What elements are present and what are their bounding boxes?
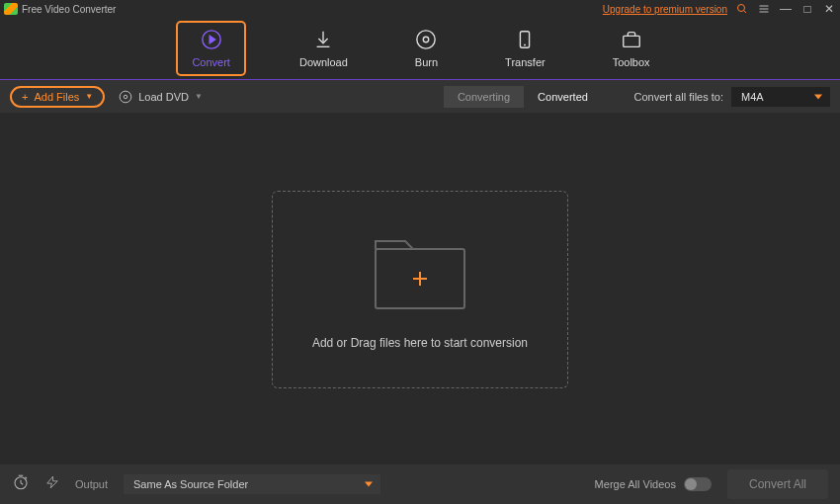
lightning-icon[interactable] xyxy=(45,473,59,495)
add-files-label: Add Files xyxy=(34,91,79,103)
toolbar: + Add Files ▼ Load DVD ▼ Converting Conv… xyxy=(0,80,840,114)
svg-point-9 xyxy=(417,31,435,48)
status-segment: Converting Converted xyxy=(444,86,602,108)
svg-marker-24 xyxy=(47,476,58,488)
tab-burn[interactable]: Burn xyxy=(401,25,452,72)
minimize-button[interactable]: — xyxy=(779,2,793,16)
chevron-down-icon: ▼ xyxy=(195,92,203,101)
maximize-button[interactable]: □ xyxy=(800,2,814,16)
plus-icon: + xyxy=(22,91,28,103)
tab-burn-label: Burn xyxy=(415,56,438,68)
tab-transfer-label: Transfer xyxy=(505,56,546,68)
drop-text: Add or Drag files here to start conversi… xyxy=(312,336,528,350)
app-title: Free Video Converter xyxy=(22,4,603,15)
merge-label: Merge All Videos xyxy=(595,478,676,490)
burn-icon xyxy=(415,29,437,50)
output-value: Same As Source Folder xyxy=(133,478,248,490)
chevron-down-icon: ▼ xyxy=(85,92,93,101)
clock-icon[interactable] xyxy=(12,473,30,495)
folder-icon xyxy=(366,229,474,318)
svg-line-21 xyxy=(21,483,23,485)
disc-icon xyxy=(119,90,132,104)
convert-all-button[interactable]: Convert All xyxy=(727,469,828,499)
main-nav: Convert Download Burn Transfer Toolbox xyxy=(0,18,840,79)
app-logo-icon xyxy=(4,3,18,15)
menu-icon[interactable] xyxy=(757,2,771,16)
search-icon[interactable] xyxy=(735,2,749,16)
add-files-button[interactable]: + Add Files ▼ xyxy=(10,86,105,108)
svg-rect-13 xyxy=(623,36,639,46)
convert-to-label: Convert all files to: xyxy=(634,91,723,103)
svg-line-1 xyxy=(744,11,747,14)
converting-tab[interactable]: Converting xyxy=(444,86,524,108)
toolbox-icon xyxy=(621,29,642,50)
svg-point-0 xyxy=(738,5,745,12)
upgrade-link[interactable]: Upgrade to premium version xyxy=(603,4,727,15)
download-icon xyxy=(312,29,334,50)
merge-toggle[interactable] xyxy=(684,477,712,491)
close-button[interactable]: ✕ xyxy=(822,2,836,16)
svg-point-14 xyxy=(120,91,131,103)
tab-download[interactable]: Download xyxy=(286,25,362,72)
main-area: Add or Drag files here to start conversi… xyxy=(0,114,840,465)
convert-to-group: Convert all files to: M4A xyxy=(634,87,830,107)
converted-tab[interactable]: Converted xyxy=(524,86,602,108)
svg-point-10 xyxy=(424,37,430,42)
output-label: Output xyxy=(75,478,108,490)
titlebar: Free Video Converter Upgrade to premium … xyxy=(0,0,840,18)
tab-transfer[interactable]: Transfer xyxy=(491,25,559,72)
format-value: M4A xyxy=(741,91,764,103)
svg-line-23 xyxy=(26,477,28,479)
drop-zone[interactable]: Add or Drag files here to start conversi… xyxy=(272,191,568,388)
transfer-icon xyxy=(514,29,536,50)
tab-toolbox[interactable]: Toolbox xyxy=(599,25,664,72)
tab-toolbox-label: Toolbox xyxy=(613,56,650,68)
tab-convert[interactable]: Convert xyxy=(176,21,246,76)
convert-icon xyxy=(201,29,222,50)
tab-convert-label: Convert xyxy=(192,56,230,68)
format-select[interactable]: M4A xyxy=(731,87,830,107)
svg-point-15 xyxy=(124,95,127,99)
output-folder-select[interactable]: Same As Source Folder xyxy=(124,474,380,494)
load-dvd-label: Load DVD xyxy=(138,91,189,103)
bottom-bar: Output Same As Source Folder Merge All V… xyxy=(0,464,840,504)
load-dvd-button[interactable]: Load DVD ▼ xyxy=(119,90,203,104)
tab-download-label: Download xyxy=(299,56,348,68)
svg-marker-6 xyxy=(210,36,215,42)
merge-videos-group: Merge All Videos xyxy=(595,477,712,491)
